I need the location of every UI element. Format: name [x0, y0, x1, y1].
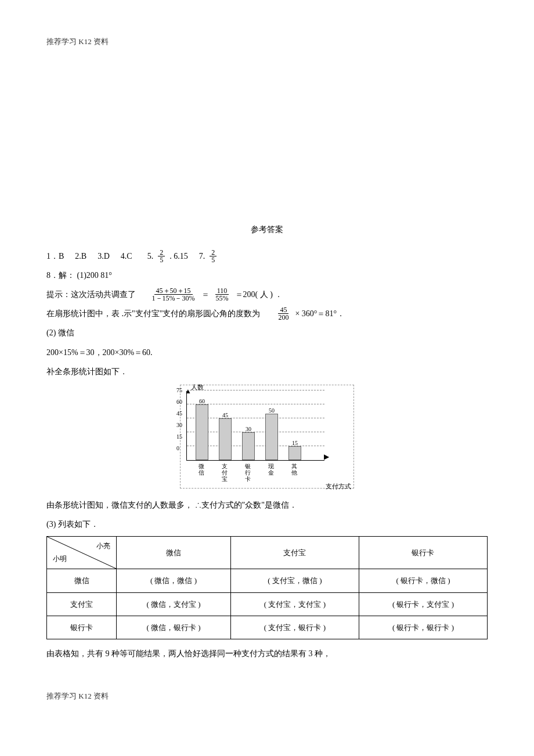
x-axis-label: 支付方式: [326, 481, 351, 493]
bar-value: 45: [217, 410, 233, 418]
bar-value: 15: [287, 438, 303, 446]
fraction-denominator: 55%: [214, 295, 230, 302]
bar-label: 微信: [193, 463, 210, 482]
hint-tail: ＝200( 人 ) ．: [235, 287, 283, 302]
table-cell: ( 支付宝，支付宝 ): [230, 592, 359, 616]
bar: [265, 414, 278, 460]
bar-label: 支付宝: [217, 463, 233, 482]
bar-group: 50: [264, 414, 280, 460]
page-footer: 推荐学习 K12 资料: [46, 689, 488, 703]
sector-fraction: 45 200: [276, 306, 290, 321]
ans-7-prefix: 7.: [199, 249, 205, 263]
diag-col-label: 小亮: [96, 540, 110, 553]
bar: [242, 432, 255, 460]
fraction-denominator: 5: [158, 256, 165, 263]
bar: [196, 404, 208, 460]
table-cell: ( 银行卡，支付宝 ): [359, 592, 487, 616]
bar-group: 15: [287, 446, 303, 460]
ans-6: . 6.15: [169, 249, 188, 263]
bar-value: 60: [194, 396, 210, 404]
ans-1: 1．B: [46, 249, 64, 263]
table-cell: ( 微信，支付宝 ): [117, 592, 231, 616]
fraction-numerator: 2: [158, 249, 165, 256]
fraction-denominator: 1－15%－30%: [150, 295, 197, 302]
fraction-numerator: 2: [210, 249, 217, 256]
hint-fraction-2: 110 55%: [214, 287, 230, 302]
diag-row-label: 小明: [53, 553, 67, 566]
col-header: 微信: [117, 537, 231, 569]
table-cell: ( 支付宝，微信 ): [230, 569, 359, 592]
table-row: 小亮 小明 微信 支付宝 银行卡: [47, 537, 488, 569]
sector-tail: × 360°＝81°．: [295, 306, 345, 321]
q8-conclusion: 由条形统计图知，微信支付的人数最多， ∴支付方式的"众数"是微信．: [46, 498, 488, 512]
table-row: 银行卡 ( 微信，银行卡 ) ( 支付宝，银行卡 ) ( 银行卡，银行卡 ): [47, 616, 488, 639]
fraction-denominator: 5: [210, 256, 217, 263]
bar-value: 30: [240, 424, 257, 432]
ans-5-prefix: 5.: [147, 249, 154, 263]
hint-prefix: 提示：这次活动共调查了: [46, 287, 136, 302]
table-cell: ( 微信，银行卡 ): [117, 616, 231, 639]
page-header: 推荐学习 K12 资料: [46, 35, 488, 48]
bar-label: 现金: [263, 463, 279, 482]
arrow-right-icon: ▶: [324, 451, 329, 464]
col-header: 银行卡: [359, 537, 487, 569]
q8-sector: 在扇形统计图中，表 .示"支付宝"支付的扇形圆心角的度数为 45 200 × 3…: [46, 306, 488, 321]
arrow-up-icon: ▲: [185, 385, 192, 398]
q8-part2-a: (2) 微信: [46, 325, 488, 340]
bar-chart: 人数 ▲ ▶ 01530456075 6045305015 支付方式 微信支付宝…: [46, 385, 488, 489]
ans-7-fraction: 2 5: [210, 249, 217, 263]
short-answers-row: 1．B 2.B 3.D 4.C 5. 2 5 . 6.15 7. 2 5: [46, 249, 488, 263]
q8-part3: (3) 列表如下．: [46, 517, 488, 531]
q8-part2-b: 200×15%＝30，200×30%＝60.: [46, 345, 488, 360]
bar-labels: 微信支付宝银行卡现金其他: [186, 463, 324, 482]
bar-group: 30: [240, 432, 257, 460]
bar: [288, 446, 301, 460]
bar-value: 50: [264, 406, 280, 414]
answers-title: 参考答案: [46, 222, 488, 237]
fraction-denominator: 200: [276, 314, 290, 321]
table-row: 支付宝 ( 微信，支付宝 ) ( 支付宝，支付宝 ) ( 银行卡，支付宝 ): [47, 592, 488, 616]
hint-fraction-1: 45＋50＋15 1－15%－30%: [150, 287, 197, 302]
bar-group: 60: [194, 404, 210, 460]
ans-4: 4.C: [121, 249, 132, 263]
y-ticks: 01530456075: [176, 390, 182, 460]
col-header: 支付宝: [230, 537, 359, 569]
diagonal-header: 小亮 小明: [47, 537, 117, 569]
bar: [219, 418, 232, 460]
q8-summary: 由表格知，共有 9 种等可能结果，两人恰好选择同一种支付方式的结果有 3 种，: [46, 646, 488, 661]
bar-label: 其他: [286, 463, 302, 482]
q8-part1: 8．解： (1)200 81°: [46, 268, 488, 283]
ans-2: 2.B: [75, 249, 86, 263]
q8-hint: 提示：这次活动共调查了 45＋50＋15 1－15%－30% ＝ 110 55%…: [46, 287, 488, 302]
row-header: 支付宝: [47, 592, 117, 616]
table-row: 微信 ( 微信，微信 ) ( 支付宝，微信 ) ( 银行卡，微信 ): [47, 569, 488, 592]
row-header: 微信: [47, 569, 117, 592]
ans-3: 3.D: [98, 249, 110, 263]
bar-label: 银行卡: [240, 463, 256, 482]
row-header: 银行卡: [47, 616, 117, 639]
whitespace: [46, 48, 488, 216]
table-cell: ( 银行卡，微信 ): [359, 569, 487, 592]
q8-part2-c: 补全条形统计图如下．: [46, 364, 488, 379]
probability-table: 小亮 小明 微信 支付宝 银行卡 微信 ( 微信，微信 ) ( 支付宝，微信 )…: [46, 536, 488, 639]
sector-prefix: 在扇形统计图中，表 .示"支付宝"支付的扇形圆心角的度数为: [46, 306, 260, 321]
table-cell: ( 微信，微信 ): [117, 569, 231, 592]
equals: ＝: [201, 287, 210, 302]
bar-group: 45: [217, 418, 233, 460]
table-cell: ( 支付宝，银行卡 ): [230, 616, 359, 639]
ans-5-fraction: 2 5: [158, 249, 165, 263]
y-tick: 0: [176, 448, 182, 460]
table-cell: ( 银行卡，银行卡 ): [359, 616, 487, 639]
